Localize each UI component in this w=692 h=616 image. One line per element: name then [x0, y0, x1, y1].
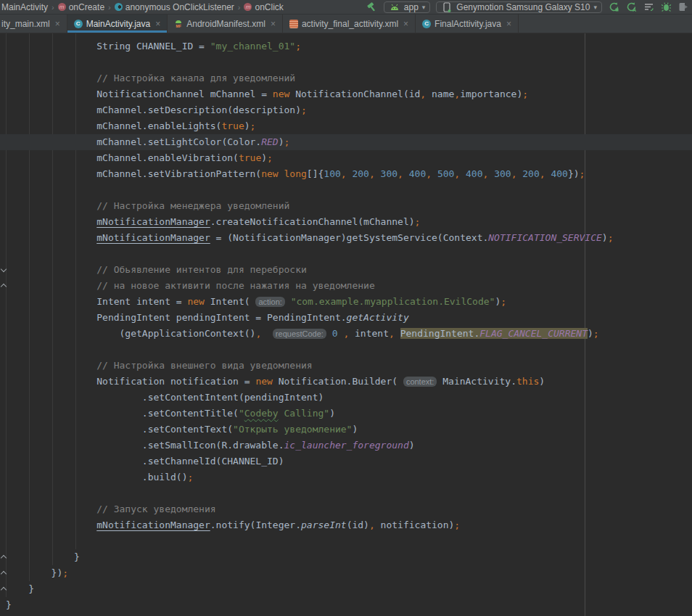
close-icon[interactable]: × [403, 19, 408, 29]
code-line[interactable]: } [0, 549, 692, 565]
code-token: .setContentText( [6, 424, 233, 435]
code-area[interactable]: String CHANNEL_ID = "my_channel_01"; // … [0, 38, 692, 613]
code-line[interactable]: .build(); [0, 469, 692, 485]
code-token: 400 [551, 168, 567, 179]
code-line[interactable]: } [0, 597, 692, 613]
code-line[interactable]: .setContentIntent(pendingIntent) [0, 390, 692, 406]
code-token: true [239, 152, 261, 163]
code-token: requestCode: [273, 329, 326, 339]
code-token: // Настройка канала для уведомлений [6, 73, 295, 83]
code-line[interactable]: // Запуск уведомления [0, 501, 692, 517]
chevron-down-icon: ▾ [593, 4, 597, 11]
code-line[interactable]: mChannel.setDescription(description); [0, 102, 692, 118]
code-line[interactable] [0, 54, 692, 70]
code-line[interactable]: Intent intent = new Intent( action: "com… [0, 294, 692, 310]
breadcrumb-item[interactable]: monCreate [58, 2, 104, 12]
code-token: 200 [352, 168, 368, 179]
code-line[interactable]: mNotificationManager.createNotificationC… [0, 214, 692, 230]
code-token: mChannel.enableLights( [6, 120, 221, 131]
code-line[interactable] [0, 485, 692, 501]
build-hammer-icon[interactable] [366, 1, 378, 13]
code-line[interactable]: // на новое активити после нажатия на ув… [0, 278, 692, 294]
code-token: 400 [409, 168, 426, 179]
code-line[interactable] [0, 182, 692, 198]
code-line[interactable] [0, 342, 692, 358]
breadcrumb-label: onCreate [69, 2, 104, 12]
code-token: // Настройка менеджера уведомлений [6, 200, 289, 211]
code-line[interactable]: .setContentTitle("Codeby Calling") [0, 406, 692, 422]
code-line[interactable]: // Обьявление интентов для переброски [0, 262, 692, 278]
tab-MainActivity.java[interactable]: CMainActivity.java× [67, 15, 168, 33]
code-token: .setContentTitle( [6, 408, 239, 419]
attach-debugger-icon[interactable] [677, 1, 689, 13]
close-icon[interactable]: × [271, 19, 276, 29]
code-token: .setContentIntent(pendingIntent) [6, 392, 324, 403]
code-line[interactable]: mChannel.setLightColor(Color.RED); [0, 134, 692, 150]
code-token: // на новое активити после нажатия на ув… [6, 280, 375, 291]
tab-AndroidManifest.xml[interactable]: MFAndroidManifest.xml× [168, 15, 283, 33]
code-line[interactable]: .setChannelId(CHANNEL_ID) [0, 453, 692, 469]
code-line[interactable]: .setSmallIcon(R.drawable.ic_launcher_for… [0, 438, 692, 453]
apply-code-changes-icon[interactable]: A [625, 1, 637, 13]
code-token: ; [267, 152, 273, 163]
code-token: importance) [460, 89, 522, 99]
code-token [375, 168, 381, 179]
code-token: ; [62, 567, 68, 578]
profiler-icon[interactable] [643, 1, 654, 13]
debug-icon[interactable] [660, 1, 672, 13]
code-token: .setSmallIcon(R.drawable. [6, 440, 284, 451]
code-line[interactable]: mNotificationManager = (NotificationMana… [0, 230, 692, 246]
code-token: true [221, 120, 244, 131]
code-token: 100 [324, 168, 340, 179]
code-line[interactable] [0, 246, 692, 262]
class-file-icon: C [422, 20, 431, 28]
android-icon [389, 1, 400, 13]
code-line[interactable]: PendingIntent pendingIntent = PendingInt… [0, 310, 692, 326]
code-line[interactable]: (getApplicationContext(), requestCode: 0… [0, 326, 692, 342]
code-line[interactable] [0, 533, 692, 549]
tab-activity_final_acttivity.xml[interactable]: activity_final_acttivity.xml× [283, 15, 416, 33]
code-line[interactable]: // Настройка канала для уведомлений [0, 70, 692, 86]
code-line[interactable]: mChannel.setVibrationPattern(new long[]{… [0, 166, 692, 182]
code-token: // Обьявление интентов для переброски [6, 264, 307, 275]
code-line[interactable]: mChannel.enableLights(true); [0, 118, 692, 134]
breadcrumb-item[interactable]: anonymous OnClickListener [115, 2, 234, 12]
code-token: ; [187, 472, 193, 482]
tab-label: AndroidManifest.xml [186, 19, 265, 29]
code-token [403, 168, 409, 179]
breadcrumb-item[interactable]: MainActivity [1, 2, 48, 12]
code-line[interactable]: Notification notification = new Notifica… [0, 374, 692, 390]
tab-ity_main.xml[interactable]: ity_main.xml× [0, 15, 67, 33]
code-token: RED [261, 136, 278, 147]
apply-changes-restart-icon[interactable] [608, 1, 619, 13]
editor[interactable]: String CHANNEL_ID = "my_channel_01"; // … [0, 33, 692, 616]
code-token: , [426, 168, 432, 179]
code-line[interactable]: }); [0, 565, 692, 581]
code-line[interactable]: } [0, 581, 692, 597]
code-token: mNotificationManager [96, 232, 210, 243]
code-line[interactable]: .setContentText("Открыть уведомление") [0, 422, 692, 438]
top-toolbar: MainActivity›monCreate›anonymous OnClick… [0, 0, 692, 15]
code-line[interactable]: mNotificationManager.notify(Integer.pars… [0, 517, 692, 533]
tab-FinalActtivity.java[interactable]: CFinalActtivity.java× [416, 15, 519, 33]
close-icon[interactable]: × [155, 19, 160, 29]
svg-text:A: A [633, 7, 636, 12]
close-icon[interactable]: × [55, 19, 60, 29]
code-token: context: [403, 377, 437, 387]
code-line[interactable]: // Настройка внешнего вида уведомления [0, 358, 692, 374]
device-select[interactable]: Genymotion Samsung Galaxy S10 ▾ [436, 1, 602, 13]
run-configuration-select[interactable]: app ▾ [384, 1, 431, 13]
code-token: .notify(Integer. [210, 520, 301, 530]
breadcrumb-item[interactable]: monClick [244, 2, 283, 12]
code-token: new [187, 296, 204, 307]
close-icon[interactable]: × [506, 19, 511, 29]
code-line[interactable]: String CHANNEL_ID = "my_channel_01"; [0, 38, 692, 54]
code-line[interactable]: mChannel.enableVibration(true); [0, 150, 692, 166]
code-token: ) [329, 408, 335, 419]
code-token: Intent intent = [6, 296, 187, 307]
code-line[interactable]: NotificationChannel mChannel = new Notif… [0, 86, 692, 102]
code-line[interactable]: // Настройка менеджера уведомлений [0, 198, 692, 214]
code-token: .createNotificationChannel(mChannel) [210, 216, 415, 227]
method-icon: m [58, 3, 66, 11]
code-token: ic_launcher_foreground [284, 440, 409, 451]
